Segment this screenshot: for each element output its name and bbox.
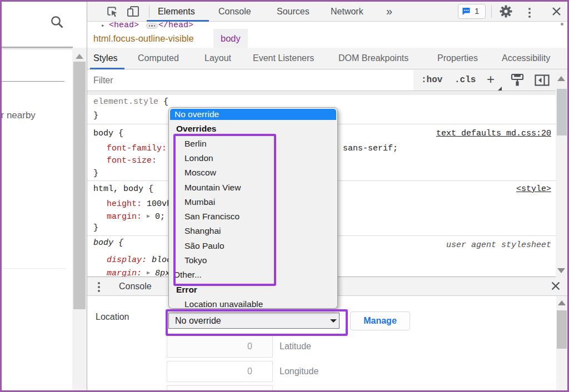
toggle-class-button[interactable]: .cls: [455, 69, 476, 91]
styles-rule2-prop2-text: font-size:: [107, 156, 157, 165]
styles-scroll-down-icon[interactable]: [557, 268, 565, 273]
tab-styles[interactable]: Styles: [93, 48, 118, 69]
elements-scrollbar-dot: [561, 23, 563, 26]
toolbar-separator: [149, 6, 149, 18]
toggle-pseudo-state-button[interactable]: :hov: [421, 69, 442, 91]
styles-sidebar-tabs: Styles Computed Layout Event Listeners D…: [87, 48, 569, 69]
toolbar-separator-2: [491, 6, 492, 18]
rule-ua-selector[interactable]: body {: [93, 237, 123, 249]
location-label: Location: [96, 311, 129, 323]
more-tabs-button[interactable]: »: [386, 2, 392, 21]
scroll-up-arrow-icon[interactable]: [76, 54, 83, 59]
device-toolbar-icon[interactable]: [127, 6, 140, 18]
decorative-dot: [98, 290, 100, 292]
stylesheet-link-text-defaults[interactable]: text_defaults_md.css:20: [436, 128, 551, 140]
styles-rule3-prop1-text: height:: [107, 199, 142, 209]
prop-height[interactable]: height: 100vh;: [107, 198, 177, 210]
prop-ua-margin[interactable]: margin: ▶ 8px;: [107, 267, 175, 277]
breadcrumb-body[interactable]: body: [213, 29, 248, 48]
decorative-dot: [528, 8, 531, 10]
tab-accessibility[interactable]: Accessibility: [502, 48, 550, 69]
screenshot-root: r nearby Elements Console Sources Networ…: [0, 0, 569, 392]
rule-element-style-close: }: [93, 110, 98, 122]
close-devtools-icon[interactable]: [552, 7, 561, 16]
dom-collapsed-ellipsis[interactable]: [146, 23, 158, 29]
rendering-emulation-icon[interactable]: [511, 73, 524, 87]
issues-counter[interactable]: 1: [458, 4, 486, 19]
styles-rule4-prop1-text: display:: [107, 255, 147, 265]
decorative-dot: [142, 269, 147, 277]
drawer-scrollbar[interactable]: [556, 296, 567, 390]
latitude-label: Latitude: [279, 340, 311, 353]
dom-expand-arrow-icon[interactable]: ▸: [101, 22, 105, 29]
tab-layout[interactable]: Layout: [204, 48, 231, 69]
rule-body-selector[interactable]: body {: [93, 128, 123, 140]
prop-font-family[interactable]: font-family:: [107, 143, 167, 155]
new-rule-dropdown-triangle: [498, 87, 502, 91]
timezone-input-partial[interactable]: [167, 385, 273, 390]
user-agent-stylesheet-label: user agent stylesheet: [446, 239, 551, 252]
dom-head-row[interactable]: ▸ <head> </head>: [87, 22, 117, 29]
new-style-rule-button[interactable]: +: [487, 69, 495, 91]
page-scrollbar-thumb[interactable]: [73, 62, 86, 309]
filter-input[interactable]: Filter: [87, 70, 413, 91]
drawer-scrollbar-thumb[interactable]: [557, 310, 567, 349]
gear-icon[interactable]: [500, 5, 512, 18]
drawer-scroll-up-icon[interactable]: [558, 300, 566, 305]
drawer-menu-icon[interactable]: [98, 280, 100, 294]
toggle-sidebar-icon[interactable]: [535, 74, 550, 86]
rule-element-style-selector[interactable]: element.style {: [93, 96, 168, 108]
manage-button[interactable]: Manage: [350, 311, 410, 330]
filter-placeholder: Filter: [93, 70, 113, 91]
page-scrollbar[interactable]: [72, 48, 87, 392]
popup-option-no-override[interactable]: No override: [170, 109, 336, 120]
styles-rule4-prop2-text: margin:: [107, 269, 142, 277]
issues-count: 1: [475, 4, 479, 18]
tab-sources[interactable]: Sources: [277, 2, 310, 21]
styles-scrollbar-thumb[interactable]: [557, 89, 567, 135]
decorative-dot: [154, 25, 156, 27]
tab-console[interactable]: Console: [218, 2, 251, 21]
decorative-dot: [528, 16, 531, 18]
styles-rule1-selector-text: element.style: [93, 97, 158, 107]
breadcrumb-html[interactable]: html.focus-outline-visible: [93, 29, 194, 48]
latitude-input[interactable]: 0: [167, 335, 273, 358]
close-drawer-icon[interactable]: [551, 281, 561, 291]
search-icon[interactable]: [49, 14, 65, 30]
styles-filter-bar: Filter :hov .cls +: [87, 69, 569, 91]
page-faint-divider: [0, 268, 66, 269]
page-list-divider: [0, 81, 64, 82]
tab-dom-breakpoints[interactable]: DOM Breakpoints: [338, 48, 408, 69]
tab-elements[interactable]: Elements: [158, 2, 195, 21]
decorative-dot: [151, 25, 153, 27]
inspect-element-icon[interactable]: [106, 6, 118, 18]
stylesheet-link-style-tag[interactable]: <style>: [516, 183, 551, 195]
tab-computed[interactable]: Computed: [138, 48, 179, 69]
web-page-panel: r nearby: [0, 0, 87, 392]
issues-message-icon: [462, 7, 471, 16]
annotation-select-rect: [166, 309, 348, 336]
popup-option-location-unavailable[interactable]: Location unavailable: [169, 297, 337, 309]
page-suggestion-text[interactable]: r nearby: [1, 109, 36, 122]
rule-htmlbody-selector[interactable]: html, body {: [93, 183, 153, 195]
dom-head-open-tag[interactable]: <head>: [109, 22, 139, 29]
tab-network[interactable]: Network: [331, 2, 363, 21]
longitude-input[interactable]: 0: [167, 361, 273, 382]
prop-display[interactable]: display: block: [107, 254, 177, 267]
tab-event-listeners[interactable]: Event Listeners: [253, 48, 314, 69]
styles-tab-underline: [90, 68, 124, 69]
value-font-family-tail[interactable]: sans-serif;: [343, 143, 398, 155]
tab-properties[interactable]: Properties: [437, 48, 478, 69]
page-header-shadow: [0, 47, 73, 48]
decorative-dot: [98, 282, 100, 284]
rule-htmlbody-close: }: [93, 222, 98, 234]
drawer-tab-console[interactable]: Console: [119, 277, 152, 295]
devtools-toolbar: Elements Console Sources Network » 1: [87, 2, 569, 22]
kebab-menu-icon[interactable]: [528, 6, 531, 19]
annotation-cities-rect: [173, 134, 276, 286]
styles-scroll-up-icon[interactable]: [557, 76, 565, 81]
prop-margin[interactable]: margin: ▶ 0;: [107, 210, 165, 223]
prop-font-size[interactable]: font-size:: [107, 155, 157, 167]
dom-head-close-tag[interactable]: </head>: [158, 22, 193, 29]
styles-scrollbar[interactable]: [556, 73, 567, 278]
